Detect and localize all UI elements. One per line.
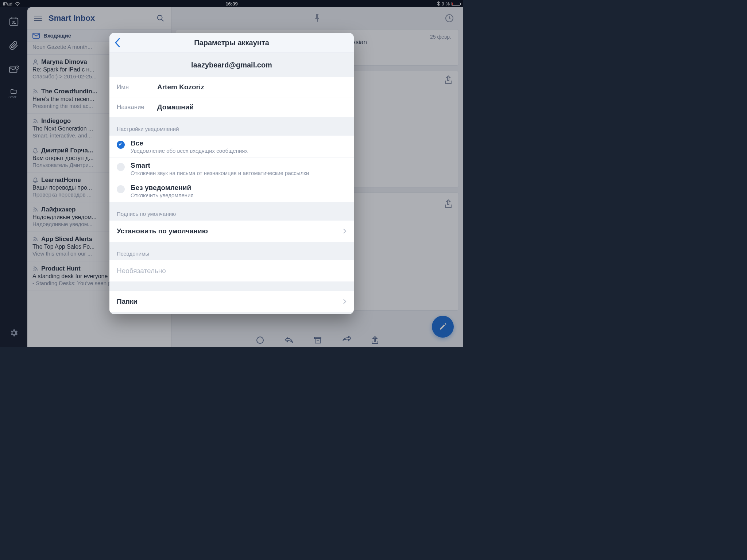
radio-indicator bbox=[117, 185, 125, 193]
aliases-input[interactable]: Необязательно bbox=[109, 260, 354, 281]
name-label: Имя bbox=[117, 83, 148, 91]
option-title: Без уведомлений bbox=[131, 184, 194, 192]
folders-row[interactable]: Папки bbox=[109, 291, 354, 312]
option-subtitle: Отключить уведомления bbox=[131, 192, 194, 198]
account-email: laazybeard@gmail.com bbox=[109, 53, 354, 77]
chevron-right-icon bbox=[343, 228, 347, 234]
notification-option[interactable]: SmartОтключен звук на письма от незнаком… bbox=[109, 158, 354, 180]
modal-header: Параметры аккаунта bbox=[109, 33, 354, 53]
modal-title: Параметры аккаунта bbox=[194, 39, 269, 47]
identity-group: Имя Artem Kozoriz Название Домашний bbox=[109, 77, 354, 117]
notification-options: ВсеУведомление обо всех входящих сообщен… bbox=[109, 136, 354, 202]
back-button[interactable] bbox=[115, 38, 120, 47]
radio-indicator bbox=[117, 163, 125, 171]
option-subtitle: Уведомление обо всех входящих сообщениях bbox=[131, 148, 248, 154]
name-row[interactable]: Имя Artem Kozoriz bbox=[109, 77, 354, 97]
notification-option[interactable]: ВсеУведомление обо всех входящих сообщен… bbox=[109, 136, 354, 158]
title-row[interactable]: Название Домашний bbox=[109, 97, 354, 117]
option-title: Smart bbox=[131, 162, 309, 170]
notification-option[interactable]: Без уведомленийОтключить уведомления bbox=[109, 180, 354, 202]
option-title: Все bbox=[131, 139, 248, 147]
name-value: Artem Kozoriz bbox=[157, 83, 204, 91]
notifications-header: Настройки уведомлений bbox=[109, 117, 354, 136]
option-subtitle: Отключен звук на письма от незнакомцев и… bbox=[131, 170, 309, 176]
title-label: Название bbox=[117, 104, 148, 111]
title-value: Домашний bbox=[157, 103, 194, 111]
account-settings-modal: Параметры аккаунта laazybeard@gmail.com … bbox=[109, 33, 354, 314]
chevron-right-icon bbox=[343, 299, 347, 304]
radio-indicator bbox=[117, 141, 125, 149]
aliases-header: Псевдонимы bbox=[109, 242, 354, 260]
signature-header: Подпись по умолчанию bbox=[109, 202, 354, 221]
set-default-signature[interactable]: Установить по умолчанию bbox=[109, 221, 354, 242]
